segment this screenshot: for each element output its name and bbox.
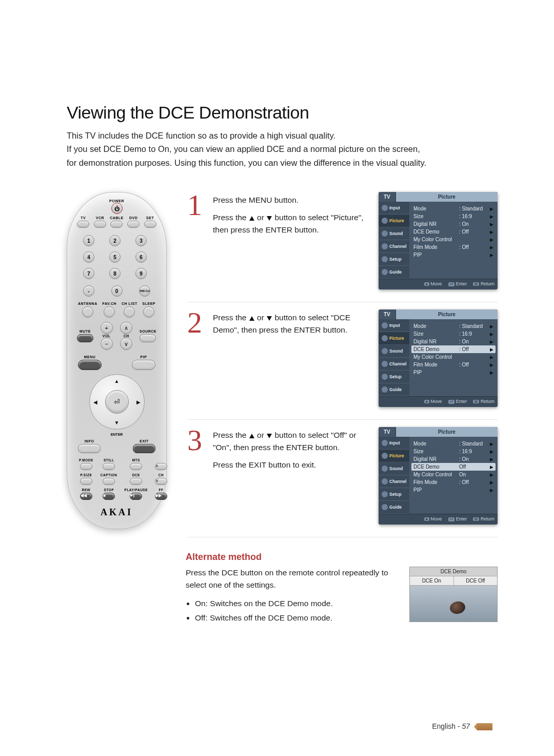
dce-button[interactable] — [130, 478, 142, 485]
osd-row[interactable]: Film Mode: Off▶ — [413, 478, 493, 486]
osd-row[interactable]: Digital NR: On▶ — [413, 220, 493, 228]
osd-row[interactable]: My Color ControlOn▶ — [413, 471, 493, 478]
osd-row[interactable]: Mode: Standard▶ — [413, 322, 493, 330]
osd-row[interactable]: Digital NR: On▶ — [413, 338, 493, 345]
osd-row[interactable]: Digital NR: On▶ — [413, 455, 493, 463]
num-4-button[interactable]: 4 — [83, 251, 94, 263]
info-button[interactable] — [78, 444, 101, 453]
device-tv-button[interactable] — [77, 221, 89, 228]
osd-row[interactable]: DCE DemoOff▶ — [411, 463, 496, 471]
caption-button[interactable] — [103, 478, 115, 485]
osd-row[interactable]: Size: 16:9▶ — [413, 448, 493, 455]
osd-tab-icon — [382, 478, 388, 484]
exit-button[interactable] — [133, 444, 155, 453]
chlist-button[interactable] — [124, 306, 135, 318]
device-set-button[interactable] — [144, 221, 156, 228]
device-cable-button[interactable] — [110, 221, 123, 228]
num-8-button[interactable]: 8 — [109, 268, 121, 279]
osd-tv-label: TV — [379, 309, 396, 319]
mts-button[interactable] — [130, 463, 142, 470]
osd-tab-input[interactable]: Input — [379, 319, 409, 332]
chdown2-button[interactable]: ∨ — [155, 478, 167, 485]
step-3: 3 Press the or button to select "Off" or… — [187, 420, 498, 537]
osd-row[interactable]: My Color Control▶ — [413, 353, 493, 361]
power-button[interactable]: ⏻ — [111, 203, 123, 214]
osd-row[interactable]: My Color Control▶ — [413, 236, 493, 243]
device-vcr-button[interactable] — [94, 221, 106, 228]
osd-row[interactable]: Size: 16:9▶ — [413, 330, 493, 338]
vol-down-button[interactable]: − — [101, 338, 113, 350]
osd-tab-guide[interactable]: Guide — [379, 501, 409, 514]
osd-tab-sound[interactable]: Sound — [379, 227, 409, 240]
antenna-button[interactable] — [82, 306, 93, 318]
sleep-button[interactable] — [143, 306, 154, 318]
osd-tab-channel[interactable]: Channel — [379, 475, 409, 488]
stop-button[interactable]: ■ — [103, 493, 115, 500]
source-button[interactable] — [140, 334, 156, 342]
osd-row[interactable]: DCE Demo: Off▶ — [413, 228, 493, 236]
favch-button[interactable] — [104, 306, 115, 318]
osd-tab-picture[interactable]: Picture — [379, 450, 409, 462]
pip-button[interactable] — [132, 360, 155, 370]
osd-row[interactable]: PIP▶ — [413, 251, 493, 259]
osd-tab-picture[interactable]: Picture — [379, 215, 409, 227]
osd-row[interactable]: Film Mode: Off▶ — [413, 243, 493, 251]
ch-up-button[interactable]: ∧ — [120, 322, 132, 334]
pmode-button[interactable] — [80, 463, 92, 470]
osd-tab-channel[interactable]: Channel — [379, 358, 409, 371]
osd-tab-icon — [382, 335, 388, 341]
osd-tab-icon — [382, 205, 388, 211]
device-dvd-button[interactable] — [127, 221, 140, 228]
osd-tab-guide[interactable]: Guide — [379, 266, 409, 279]
osd-tab-sound[interactable]: Sound — [379, 345, 409, 358]
page-flag-icon — [477, 723, 492, 730]
osd-row[interactable]: DCE Demo: Off▶ — [411, 345, 496, 353]
osd-row[interactable]: Mode: Standard▶ — [413, 440, 493, 448]
ch-down-button[interactable]: ∨ — [120, 338, 132, 350]
osd-tab-setup[interactable]: Setup — [379, 371, 409, 383]
num-0-button[interactable]: 0 — [111, 285, 123, 297]
osd-tab-sound[interactable]: Sound — [379, 462, 409, 475]
dpad-right-button[interactable]: ▶ — [136, 399, 141, 405]
osd-tab-icon — [382, 322, 388, 328]
osd-row[interactable]: Mode: Standard▶ — [413, 205, 493, 212]
num-6-button[interactable]: 6 — [135, 251, 147, 263]
osd-tab-setup[interactable]: Setup — [379, 253, 409, 266]
osd-row[interactable]: Size: 16:9▶ — [413, 212, 493, 220]
num-2-button[interactable]: 2 — [109, 235, 121, 246]
osd-menu: TVPicture InputPictureSoundChannelSetupG… — [379, 309, 498, 407]
osd-tab-setup[interactable]: Setup — [379, 488, 409, 501]
osd-tab-channel[interactable]: Channel — [379, 240, 409, 253]
osd-tab-input[interactable]: Input — [379, 437, 409, 450]
osd-tab-picture[interactable]: Picture — [379, 332, 409, 345]
menu-button[interactable] — [78, 360, 102, 370]
osd-tab-input[interactable]: Input — [379, 202, 409, 215]
osd-row[interactable]: PIP▶ — [413, 486, 493, 494]
osd-tab-icon — [382, 361, 388, 367]
dash-button[interactable]: - — [83, 285, 94, 297]
rew-button[interactable]: ◀◀ — [80, 493, 92, 500]
osd-tab-icon — [382, 491, 388, 497]
vol-up-button[interactable]: + — [101, 322, 113, 334]
osd-tab-icon — [382, 348, 388, 354]
dpad-up-button[interactable]: ▲ — [114, 378, 120, 384]
still-button[interactable] — [103, 463, 115, 470]
dpad-down-button[interactable]: ▼ — [114, 420, 120, 425]
psize-button[interactable] — [80, 478, 92, 485]
dpad-left-button[interactable]: ◀ — [93, 399, 97, 405]
chup2-button[interactable]: ∧ — [155, 463, 167, 470]
num-5-button[interactable]: 5 — [109, 251, 121, 263]
osd-row[interactable]: PIP▶ — [413, 369, 493, 376]
enter-button[interactable]: ⏎ — [105, 390, 129, 414]
ff-button[interactable]: ▶▶ — [155, 493, 167, 500]
prech-button[interactable]: PRE-CH — [139, 285, 150, 297]
num-3-button[interactable]: 3 — [135, 235, 147, 246]
num-1-button[interactable]: 1 — [83, 235, 94, 246]
osd-title: Picture — [396, 192, 498, 202]
playpause-button[interactable]: ▶‖ — [130, 493, 142, 500]
osd-row[interactable]: Film Mode: Off▶ — [413, 361, 493, 369]
mute-button[interactable] — [77, 334, 93, 342]
num-7-button[interactable]: 7 — [83, 268, 94, 279]
num-9-button[interactable]: 9 — [135, 268, 147, 279]
osd-tab-guide[interactable]: Guide — [379, 383, 409, 396]
